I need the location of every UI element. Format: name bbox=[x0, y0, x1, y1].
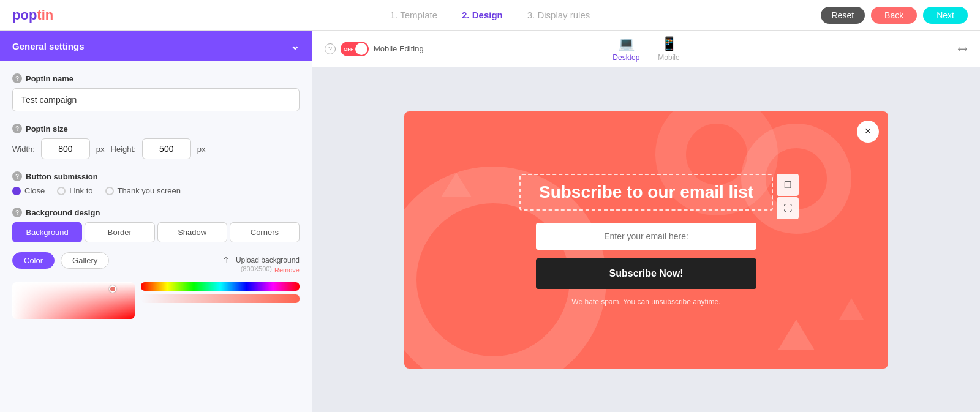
tab-desktop[interactable]: 💻 Desktop bbox=[612, 36, 639, 62]
popup-close-button[interactable]: × bbox=[857, 121, 879, 143]
color-gallery-row: Color Gallery bbox=[12, 252, 109, 269]
subscribe-button-preview[interactable]: Subscribe Now! bbox=[536, 258, 756, 289]
height-label: Height: bbox=[111, 144, 136, 154]
radio-dot-link bbox=[57, 187, 66, 195]
main-layout: General settings ⌄ ? Poptin name ? Popti… bbox=[0, 31, 980, 412]
tab-corners[interactable]: Corners bbox=[230, 222, 300, 242]
back-button[interactable]: Back bbox=[871, 7, 917, 24]
deco-triangle-3 bbox=[441, 173, 472, 197]
size-row: Width: px Height: px bbox=[12, 138, 300, 159]
tab-mobile[interactable]: 📱 Mobile bbox=[658, 36, 679, 62]
step-template: 1. Template bbox=[390, 10, 437, 20]
background-design-group: ? Background design Background Border Sh… bbox=[12, 208, 300, 319]
title-actions: ❐ ⛶ bbox=[777, 174, 799, 219]
mobile-editing-label: Mobile Editing bbox=[374, 44, 424, 53]
tab-shadow[interactable]: Shadow bbox=[157, 222, 227, 242]
right-panel: ? OFF Mobile Editing 💻 Desktop 📱 Mobile … bbox=[312, 31, 980, 412]
width-input[interactable] bbox=[41, 138, 90, 159]
width-px: px bbox=[96, 144, 105, 154]
mobile-editing-toggle[interactable]: OFF bbox=[341, 42, 369, 56]
email-input-preview[interactable] bbox=[536, 223, 756, 250]
spam-note: We hate spam. You can unsubscribe anytim… bbox=[571, 298, 720, 306]
remove-button[interactable]: Remove bbox=[274, 266, 300, 274]
deco-triangle-2 bbox=[839, 298, 864, 320]
upload-text: Upload background bbox=[236, 256, 300, 264]
title-box[interactable]: Subscribe to our email list ❐ ⛶ bbox=[519, 174, 773, 211]
next-button[interactable]: Next bbox=[923, 7, 968, 24]
poptin-size-label: ? Poptin size bbox=[12, 124, 300, 133]
gallery-button[interactable]: Gallery bbox=[61, 252, 109, 269]
expand-button[interactable]: ⤢ bbox=[954, 40, 971, 58]
toggle-off-text: OFF bbox=[344, 46, 353, 51]
color-button[interactable]: Color bbox=[12, 252, 55, 269]
button-submission-label: ? Button submission bbox=[12, 171, 300, 181]
logo-tin: tin bbox=[37, 7, 53, 23]
left-panel: General settings ⌄ ? Poptin name ? Popti… bbox=[0, 31, 312, 412]
alpha-strip[interactable] bbox=[141, 294, 300, 303]
hue-strip[interactable] bbox=[141, 282, 300, 291]
general-settings-header[interactable]: General settings ⌄ bbox=[0, 31, 312, 61]
panel-content: ? Poptin name ? Poptin size Width: px He… bbox=[0, 61, 312, 343]
height-px: px bbox=[197, 144, 206, 154]
color-hue-bar bbox=[141, 282, 300, 319]
help-icon-bg[interactable]: ? bbox=[12, 208, 22, 217]
deco-triangle-1 bbox=[778, 320, 815, 350]
radio-thank-you[interactable]: Thank you screen bbox=[105, 186, 181, 195]
radio-group: Close Link to Thank you screen bbox=[12, 186, 300, 195]
height-input[interactable] bbox=[142, 138, 191, 159]
resize-title-button[interactable]: ⛶ bbox=[777, 197, 799, 219]
upload-background-button[interactable]: ⇧ Upload background bbox=[222, 255, 300, 265]
steps: 1. Template 2. Design 3. Display rules bbox=[390, 10, 590, 20]
width-label: Width: bbox=[12, 144, 35, 154]
color-gradient-dot bbox=[109, 285, 116, 293]
help-circle-icon[interactable]: ? bbox=[325, 43, 336, 54]
radio-dot-thank bbox=[105, 187, 114, 195]
bg-tabs: Background Border Shadow Corners bbox=[12, 222, 300, 242]
mobile-icon: 📱 bbox=[661, 36, 677, 52]
reset-button[interactable]: Reset bbox=[821, 7, 865, 24]
help-icon-btn[interactable]: ? bbox=[12, 171, 22, 181]
popup-title: Subscribe to our email list bbox=[539, 182, 753, 202]
help-icon-size[interactable]: ? bbox=[12, 124, 22, 133]
color-picker-area bbox=[12, 282, 300, 319]
device-tabs: 💻 Desktop 📱 Mobile bbox=[612, 36, 679, 62]
color-gradient[interactable] bbox=[12, 282, 135, 319]
topbar: poptin 1. Template 2. Design 3. Display … bbox=[0, 0, 980, 31]
poptin-size-group: ? Poptin size Width: px Height: px bbox=[12, 124, 300, 159]
toggle-knob bbox=[355, 43, 368, 55]
radio-dot-close bbox=[12, 187, 21, 195]
popup-preview: × Subscribe to our email list ❐ ⛶ Subscr… bbox=[404, 111, 888, 369]
copy-title-button[interactable]: ❐ bbox=[777, 174, 799, 196]
tab-background[interactable]: Background bbox=[12, 222, 82, 242]
background-design-label: ? Background design bbox=[12, 208, 300, 217]
radio-link-to[interactable]: Link to bbox=[57, 186, 92, 195]
desktop-label: Desktop bbox=[612, 53, 639, 62]
step-design: 2. Design bbox=[462, 10, 503, 20]
upload-icon: ⇧ bbox=[222, 255, 230, 265]
upload-size: (800X500) bbox=[241, 265, 272, 274]
chevron-down-icon: ⌄ bbox=[290, 39, 300, 53]
tab-border[interactable]: Border bbox=[85, 222, 154, 242]
logo: poptin bbox=[12, 7, 53, 23]
button-submission-group: ? Button submission Close Link to Thank … bbox=[12, 171, 300, 195]
help-icon[interactable]: ? bbox=[12, 73, 22, 83]
step-display-rules: 3. Display rules bbox=[527, 10, 590, 20]
mobile-label: Mobile bbox=[658, 53, 679, 62]
upload-info: ⇧ Upload background (800X500) Remove bbox=[222, 255, 300, 274]
poptin-name-group: ? Poptin name bbox=[12, 73, 300, 111]
laptop-icon: 💻 bbox=[618, 36, 635, 52]
toggle-area: ? OFF Mobile Editing bbox=[325, 42, 424, 56]
radio-close[interactable]: Close bbox=[12, 186, 45, 195]
topbar-actions: Reset Back Next bbox=[821, 7, 968, 24]
poptin-name-input[interactable] bbox=[12, 88, 300, 111]
general-settings-title: General settings bbox=[12, 41, 85, 51]
poptin-name-label: ? Poptin name bbox=[12, 73, 300, 83]
preview-toolbar: ? OFF Mobile Editing 💻 Desktop 📱 Mobile … bbox=[312, 31, 980, 67]
logo-pop: pop bbox=[12, 7, 37, 23]
